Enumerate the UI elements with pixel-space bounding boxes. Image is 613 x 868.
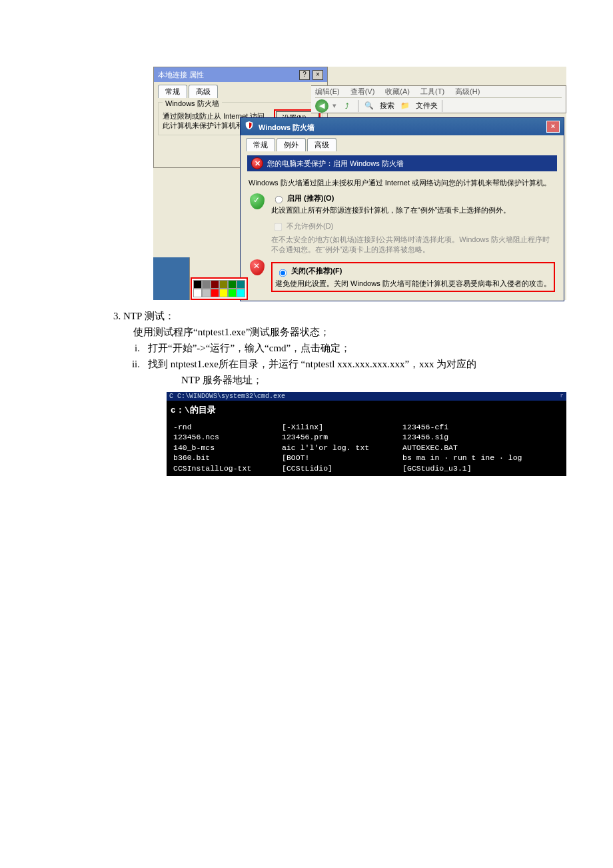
opt-noexc-checkbox (275, 223, 283, 231)
palette-swatch[interactable] (228, 280, 237, 289)
cmd-cell: [BOOT! (279, 453, 400, 463)
opt-off-section: 关闭(不推荐)(F) 避免使用此设置。关闭 Windows 防火墙可能使计算机更… (249, 259, 556, 292)
step-ii-text-1: 找到 ntptest1.exe所在目录，并运行 “ntptestl xxx.xx… (148, 359, 476, 369)
cmd-cell: AUTOEXEC.BAT (400, 443, 562, 453)
cmd-cell: CCSInstallLog-txt (171, 463, 279, 474)
fw-tab-exceptions[interactable]: 例外 (277, 138, 306, 151)
cmd-header: c：\的目录 (171, 405, 562, 422)
palette-swatch[interactable] (219, 289, 228, 297)
palette-swatch[interactable] (211, 289, 219, 297)
list-marker-i: i. (127, 340, 140, 356)
opt-on-section: 启用 (推荐)(O) 此设置阻止所有外部源连接到计算机，除了在“例外”选项卡上选… (249, 193, 556, 255)
separator (358, 100, 358, 112)
opt-on-radio-input[interactable] (275, 196, 283, 204)
cmd-cell: 123456.sig (400, 432, 562, 443)
cmd-row: 140_b-mcsaic l'l'or log. txtAUTOEXEC.BAT (171, 443, 562, 453)
cmd-cell: 123456-cfi (400, 422, 562, 433)
folders-icon[interactable]: 📁 (398, 99, 412, 113)
shield-green-icon (250, 193, 265, 209)
opt-off-radio[interactable]: 关闭(不推荐)(F) (275, 266, 551, 277)
fw-tab-general[interactable]: 常规 (246, 138, 275, 151)
cmd-cell: [GCStudio_u3.1] (400, 463, 562, 474)
firewall-dialog: Windows 防火墙 × 常规 例外 高级 ✕ 您的电脑未受保护：启用 Win… (240, 117, 564, 301)
menu-adv[interactable]: 高级(H) (455, 87, 480, 97)
cmd-cell: bs ma in · run t ine · log (400, 453, 562, 463)
palette-swatch[interactable] (237, 289, 245, 297)
fw-tab-advanced[interactable]: 高级 (307, 138, 336, 151)
cmd-row: b360.bit[BOOT!bs ma in · run t ine · log (171, 453, 562, 463)
groupbox-title: Windows 防火墙 (163, 99, 222, 109)
cmd-row: CCSInstallLog-txt[CCStLidio][GCStudio_u3… (171, 463, 562, 474)
cmd-cell: b360.bit (171, 453, 279, 463)
opt-on-label: 启用 (推荐)(O) (287, 194, 334, 202)
explorer-toolbar: 编辑(E) 查看(V) 收藏(A) 工具(T) 高级(H) ◀ ▾ ⤴ 🔍 搜索… (311, 85, 566, 113)
back-sep: ▾ (332, 101, 336, 110)
menu-fav[interactable]: 收藏(A) (385, 87, 410, 97)
palette-swatch[interactable] (219, 280, 228, 289)
color-palette (191, 277, 248, 300)
cmd-row: 123456.ncs123456.prm123456.sig (171, 432, 562, 443)
explorer-bg (153, 257, 190, 300)
step-ii-text-2: NTP 服务器地址； (181, 375, 263, 385)
up-icon[interactable]: ⤴ (340, 99, 354, 113)
folders-label[interactable]: 文件夹 (416, 101, 438, 111)
palette-swatch[interactable] (211, 280, 219, 289)
palette-swatch[interactable] (193, 280, 202, 289)
palette-swatch[interactable] (193, 289, 202, 297)
firewall-close-button[interactable]: × (546, 121, 560, 133)
help-button[interactable]: ? (299, 70, 310, 80)
cmd-titlebar: C C:\WINDOWS\system32\cmd.exe r (167, 392, 566, 401)
menu-view[interactable]: 查看(V) (350, 87, 375, 97)
opt-off-desc: 避免使用此设置。关闭 Windows 防火墙可能使计算机更容易受病毒和入侵者的攻… (275, 279, 551, 289)
menu-edit[interactable]: 编辑(E) (315, 87, 340, 97)
firewall-title-text: Windows 防火墙 (259, 123, 314, 131)
opt-off-radio-input[interactable] (279, 269, 287, 277)
palette-swatch[interactable] (202, 280, 211, 289)
opt-noexc-check: 不允许例外(D) (271, 221, 556, 233)
tab-advanced[interactable]: 高级 (189, 85, 218, 98)
cmd-title-text: C C:\WINDOWS\system32\cmd.exe (169, 393, 285, 400)
search-label[interactable]: 搜索 (380, 101, 394, 111)
opt-noexc-desc: 在不太安全的地方(如机场)连接到公共网络时请选择此项。Windows 防火墙阻止… (271, 235, 556, 255)
cmd-cell: -rnd (171, 422, 279, 433)
firewall-titlebar: Windows 防火墙 × (241, 118, 564, 135)
step-i-text: 打开“开始”->“运行”，输入“cmd”，点击确定； (148, 340, 560, 356)
cmd-cell: aic l'l'or log. txt (279, 443, 400, 453)
palette-swatch[interactable] (237, 280, 245, 289)
opt-off-highlight: 关闭(不推荐)(F) 避免使用此设置。关闭 Windows 防火墙可能使计算机更… (271, 262, 555, 292)
back-icon[interactable]: ◀ (315, 99, 328, 113)
cmd-body: c：\的目录 -rnd[-Xilinx]123456-cfi123456.ncs… (167, 401, 566, 476)
opt-on-radio[interactable]: 启用 (推荐)(O) (271, 193, 556, 204)
alert-icon: ✕ (251, 157, 263, 169)
body-text: 3. NTP 测试： 使用测试程序“ntptest1.exe”测试服务器状态； … (53, 308, 560, 388)
cmd-listing-table: -rnd[-Xilinx]123456-cfi123456.ncs123456.… (171, 422, 562, 474)
palette-swatch[interactable] (202, 289, 211, 297)
cmd-cell: 123456.ncs (171, 432, 279, 443)
opt-noexc-label: 不允许例外(D) (287, 222, 333, 230)
cmd-window: C C:\WINDOWS\system32\cmd.exe r c：\的目录 -… (167, 392, 566, 476)
title-text: 本地连接 属性 (158, 70, 204, 80)
cmd-cell: 123456.prm (279, 432, 400, 443)
opt-on-desc: 此设置阻止所有外部源连接到计算机，除了在“例外”选项卡上选择的例外。 (271, 205, 556, 215)
cmd-cell: [-Xilinx] (279, 422, 400, 433)
menu-tools[interactable]: 工具(T) (420, 87, 444, 97)
opt-off-label: 关闭(不推荐)(F) (291, 267, 342, 275)
titlebar-local: 本地连接 属性 ? × (154, 67, 327, 82)
shield-red-icon (250, 259, 265, 275)
firewall-intro: Windows 防火墙通过阻止未授权用户通过 Internet 或网络访问您的计… (249, 178, 556, 188)
screenshot-stack: 本地连接 属性 ? × 常规 高级 Windows 防火墙 通过限制或防止从 I… (153, 67, 553, 300)
titlebar-buttons: ? × (299, 70, 323, 80)
intro-line: 使用测试程序“ntptest1.exe”测试服务器状态； (133, 324, 560, 340)
shield-icon (245, 121, 254, 130)
tab-general[interactable]: 常规 (158, 85, 187, 98)
alert-text: 您的电脑未受保护：启用 Windows 防火墙 (267, 159, 404, 169)
cmd-row: -rnd[-Xilinx]123456-cfi (171, 422, 562, 433)
list-marker-ii: ii. (127, 356, 140, 388)
search-icon[interactable]: 🔍 (362, 99, 376, 113)
palette-swatch[interactable] (228, 289, 237, 297)
cmd-cell: [CCStLidio] (279, 463, 400, 474)
cmd-cell: 140_b-mcs (171, 443, 279, 453)
firewall-tabs: 常规 例外 高级 (241, 135, 564, 151)
separator (442, 100, 442, 112)
close-button[interactable]: × (312, 70, 323, 80)
